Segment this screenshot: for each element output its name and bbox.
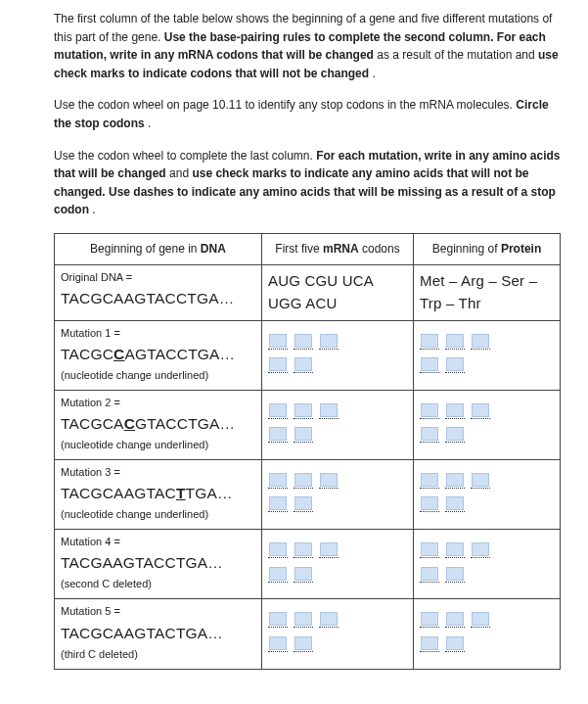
answer-blank[interactable] <box>420 329 439 350</box>
blank-box[interactable] <box>269 357 287 371</box>
blank-box[interactable] <box>294 496 312 510</box>
answer-blank[interactable] <box>471 468 490 489</box>
answer-blank[interactable] <box>420 399 439 419</box>
blank-box[interactable] <box>472 403 489 417</box>
blank-box[interactable] <box>269 567 287 581</box>
blank-box[interactable] <box>320 403 338 417</box>
blank-box[interactable] <box>269 612 287 626</box>
blank-box[interactable] <box>421 403 438 417</box>
answer-blank[interactable] <box>294 607 313 628</box>
answer-blank[interactable] <box>319 607 339 628</box>
answer-blank[interactable] <box>268 353 288 374</box>
answer-blank[interactable] <box>319 468 339 489</box>
answer-blank[interactable] <box>445 538 465 558</box>
blank-box[interactable] <box>446 334 464 348</box>
blank-box[interactable] <box>446 636 464 650</box>
answer-blank[interactable] <box>294 538 313 558</box>
answer-blank[interactable] <box>445 562 465 583</box>
blank-box[interactable] <box>446 567 464 581</box>
blank-box[interactable] <box>269 473 287 487</box>
blank-box[interactable] <box>446 496 464 510</box>
answer-blank[interactable] <box>445 423 465 444</box>
blank-box[interactable] <box>446 612 464 626</box>
answer-blank[interactable] <box>319 329 339 350</box>
answer-blank[interactable] <box>319 538 339 558</box>
answer-blank[interactable] <box>420 353 439 374</box>
answer-blank[interactable] <box>445 468 465 489</box>
answer-blank[interactable] <box>420 538 439 558</box>
blank-box[interactable] <box>421 427 438 441</box>
answer-blank[interactable] <box>268 399 288 419</box>
answer-blank[interactable] <box>471 538 490 558</box>
answer-blank[interactable] <box>294 399 313 419</box>
blank-box[interactable] <box>294 542 312 556</box>
blank-box[interactable] <box>472 542 489 556</box>
blank-box[interactable] <box>320 334 338 348</box>
answer-blank[interactable] <box>445 353 465 374</box>
answer-blank[interactable] <box>294 468 313 489</box>
blank-box[interactable] <box>294 334 312 348</box>
blank-box[interactable] <box>472 334 489 348</box>
answer-blank[interactable] <box>445 607 465 628</box>
blank-box[interactable] <box>421 567 438 581</box>
blank-box[interactable] <box>446 473 464 487</box>
answer-blank[interactable] <box>471 399 490 419</box>
answer-blank[interactable] <box>268 538 288 558</box>
answer-blank[interactable] <box>268 329 288 350</box>
answer-blank[interactable] <box>319 399 339 419</box>
blank-box[interactable] <box>421 473 438 487</box>
answer-blank[interactable] <box>420 607 439 628</box>
answer-blank[interactable] <box>420 423 439 444</box>
blank-box[interactable] <box>320 612 338 626</box>
blank-box[interactable] <box>421 357 438 371</box>
blank-box[interactable] <box>269 636 287 650</box>
answer-blank[interactable] <box>268 493 288 513</box>
blank-box[interactable] <box>421 496 438 510</box>
answer-blank[interactable] <box>268 468 288 489</box>
blank-box[interactable] <box>294 403 312 417</box>
answer-blank[interactable] <box>268 423 288 444</box>
blank-box[interactable] <box>320 473 338 487</box>
answer-blank[interactable] <box>445 329 465 350</box>
answer-blank[interactable] <box>420 493 439 513</box>
blank-box[interactable] <box>421 542 438 556</box>
blank-box[interactable] <box>294 636 312 650</box>
answer-blank[interactable] <box>471 329 490 350</box>
blank-box[interactable] <box>472 612 489 626</box>
blank-box[interactable] <box>421 612 438 626</box>
answer-blank[interactable] <box>268 632 288 652</box>
blank-box[interactable] <box>446 427 464 441</box>
answer-blank[interactable] <box>294 353 313 374</box>
blank-box[interactable] <box>269 496 287 510</box>
answer-blank[interactable] <box>294 562 313 583</box>
answer-blank[interactable] <box>420 562 439 583</box>
blank-box[interactable] <box>294 357 312 371</box>
answer-blank[interactable] <box>294 423 313 444</box>
answer-blank[interactable] <box>445 632 465 652</box>
blank-box[interactable] <box>269 542 287 556</box>
answer-blank[interactable] <box>445 399 465 419</box>
answer-blank[interactable] <box>471 607 490 628</box>
blank-box[interactable] <box>421 334 438 348</box>
blank-box[interactable] <box>269 403 287 417</box>
answer-blank[interactable] <box>268 562 288 583</box>
blank-box[interactable] <box>320 542 338 556</box>
blank-box[interactable] <box>446 542 464 556</box>
blank-box[interactable] <box>446 357 464 371</box>
answer-blank[interactable] <box>294 493 313 513</box>
blank-box[interactable] <box>294 473 312 487</box>
blank-box[interactable] <box>269 427 287 441</box>
answer-blank[interactable] <box>420 468 439 489</box>
blank-box[interactable] <box>294 612 312 626</box>
answer-blank[interactable] <box>445 493 465 513</box>
blank-box[interactable] <box>421 636 438 650</box>
answer-blank[interactable] <box>294 329 313 350</box>
blank-box[interactable] <box>446 403 464 417</box>
answer-blank[interactable] <box>420 632 439 652</box>
blank-box[interactable] <box>294 427 312 441</box>
blank-box[interactable] <box>472 473 489 487</box>
answer-blank[interactable] <box>268 607 288 628</box>
blank-box[interactable] <box>294 567 312 581</box>
blank-box[interactable] <box>269 334 287 348</box>
answer-blank[interactable] <box>294 632 313 652</box>
